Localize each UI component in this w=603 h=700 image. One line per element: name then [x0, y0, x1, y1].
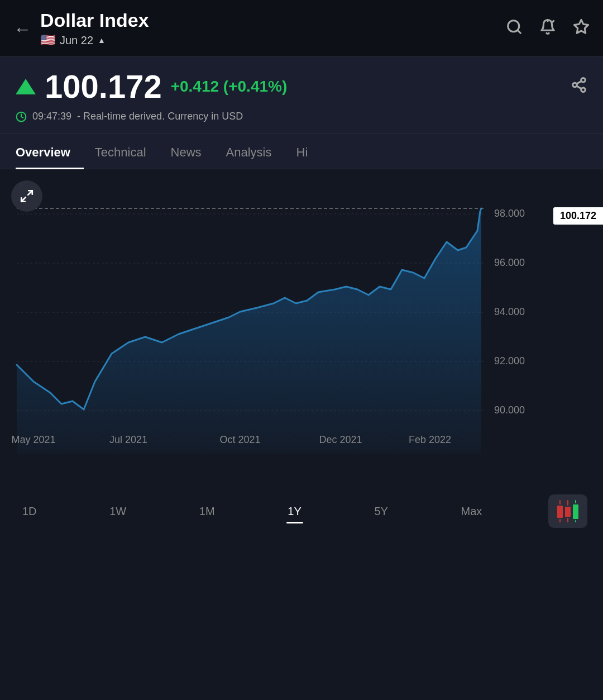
realtime-time: 09:47:39	[32, 111, 71, 122]
price-chart: 98.000 96.000 94.000 92.000 90.000 May 2…	[0, 169, 603, 454]
tab-overview[interactable]: Overview	[16, 134, 84, 169]
candle-3	[573, 500, 578, 522]
time-btn-1w[interactable]: 1W	[103, 501, 133, 522]
header: ← Dollar Index 🇺🇸 Jun 22 ▲	[0, 0, 603, 57]
candle-2	[565, 500, 571, 522]
alert-icon[interactable]	[539, 18, 556, 39]
header-left: ← Dollar Index 🇺🇸 Jun 22 ▲	[13, 10, 149, 47]
price-section: 100.172 +0.412 (+0.41%) 09:47:39 - Real-…	[0, 57, 603, 134]
svg-text:96.000: 96.000	[494, 257, 525, 268]
tab-analysis[interactable]: Analysis	[226, 134, 285, 169]
svg-text:98.000: 98.000	[494, 208, 525, 219]
svg-text:Dec 2021: Dec 2021	[319, 434, 362, 445]
svg-line-1	[518, 30, 520, 33]
realtime-row: 09:47:39 - Real-time derived. Currency i…	[16, 111, 587, 122]
favorite-icon[interactable]	[573, 18, 590, 39]
price-value: 100.172	[45, 70, 162, 103]
svg-text:Oct 2021: Oct 2021	[219, 434, 260, 445]
svg-text:90.000: 90.000	[494, 404, 525, 416]
svg-line-9	[577, 81, 582, 84]
clock-icon	[16, 111, 27, 122]
tab-hi[interactable]: Hi	[296, 134, 322, 169]
svg-text:Jul 2021: Jul 2021	[109, 434, 147, 445]
time-btn-1y[interactable]: 1Y	[281, 501, 308, 522]
time-btn-max[interactable]: Max	[454, 501, 489, 522]
price-up-arrow	[16, 79, 36, 94]
chart-expand-button[interactable]	[11, 180, 42, 212]
title-block: Dollar Index 🇺🇸 Jun 22 ▲	[40, 10, 149, 47]
header-actions	[506, 18, 590, 39]
date-caret-icon: ▲	[98, 36, 106, 45]
date-text[interactable]: Jun 22	[60, 34, 93, 47]
svg-text:Feb 2022: Feb 2022	[409, 434, 451, 445]
price-change: +0.412 (+0.41%)	[171, 78, 288, 96]
page-title: Dollar Index	[40, 10, 149, 31]
back-button[interactable]: ←	[13, 20, 31, 38]
svg-line-8	[577, 86, 582, 89]
title-subtitle: 🇺🇸 Jun 22 ▲	[40, 33, 149, 47]
price-left: 100.172 +0.412 (+0.41%)	[16, 70, 287, 103]
svg-text:92.000: 92.000	[494, 355, 525, 366]
search-icon[interactable]	[506, 18, 523, 39]
time-btn-5y[interactable]: 5Y	[367, 501, 394, 522]
tab-news[interactable]: News	[171, 134, 215, 169]
chart-section: 100.172 98.000 96.000 94.000 92.000 90.0…	[0, 169, 603, 482]
price-row: 100.172 +0.412 (+0.41%)	[16, 70, 587, 103]
tabs-section: Overview Technical News Analysis Hi	[0, 134, 603, 169]
chart-current-price: 100.172	[553, 207, 603, 225]
share-icon[interactable]	[571, 77, 587, 97]
svg-line-3	[553, 21, 554, 22]
realtime-label: - Real-time derived. Currency in USD	[77, 111, 243, 122]
chart-type-button[interactable]	[548, 494, 587, 528]
time-range-section: 1D 1W 1M 1Y 5Y Max	[0, 482, 603, 540]
svg-text:94.000: 94.000	[494, 306, 525, 317]
svg-marker-4	[575, 20, 588, 34]
tab-technical[interactable]: Technical	[95, 134, 160, 169]
time-btn-1m[interactable]: 1M	[193, 501, 222, 522]
svg-text:May 2021: May 2021	[11, 434, 55, 445]
candle-1	[557, 500, 563, 522]
time-btn-1d[interactable]: 1D	[16, 501, 44, 522]
expand-icon	[20, 189, 34, 203]
flag-icon: 🇺🇸	[40, 33, 55, 47]
